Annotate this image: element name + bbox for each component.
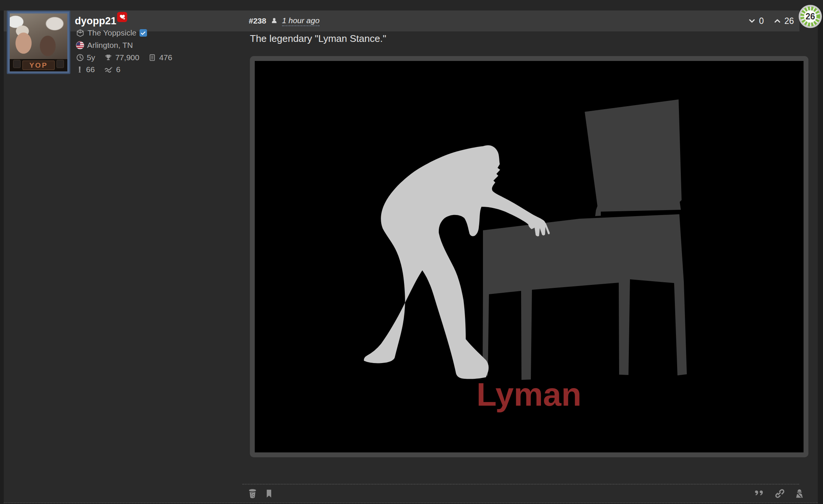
- avatar[interactable]: YOP: [7, 10, 70, 74]
- pinball-backbox-shape: [585, 99, 682, 216]
- quote-button[interactable]: [753, 487, 765, 500]
- add-friend-button[interactable]: [117, 12, 127, 22]
- image-caption: Lyman: [477, 376, 581, 413]
- trash-button[interactable]: [246, 487, 259, 500]
- forum-post-page: YOP dyopp21 #238 1 hour ago 0: [0, 0, 823, 504]
- moderator-icon: [794, 488, 805, 499]
- link-icon: [774, 488, 785, 499]
- verified-icon: [140, 29, 147, 37]
- score-badge[interactable]: 26: [798, 4, 822, 28]
- vote-controls: 0 26: [748, 10, 794, 31]
- sidebar-stats-row: 5y 77,900 476: [76, 53, 172, 62]
- avatar-photo: [10, 13, 67, 60]
- sidebar-nickname-row: The Yoppsicle: [76, 28, 147, 37]
- pin-icon: [76, 65, 83, 74]
- quote-icon: [753, 488, 765, 499]
- achievements-count: 6: [116, 65, 120, 74]
- heart-plus-icon: [119, 13, 126, 21]
- avatar-caption: YOP: [22, 61, 55, 70]
- post-body-text: The legendary "Lyman Stance.": [250, 33, 386, 44]
- post-meta: #238 1 hour ago: [249, 10, 319, 31]
- sidebar-location-row: Arlington, TN: [76, 41, 133, 50]
- upvote-count: 26: [784, 16, 794, 26]
- poster-bust-icon: [270, 17, 278, 25]
- cube-icon: [76, 29, 85, 37]
- avatar-speaker-left: [13, 60, 21, 68]
- us-flag-icon: [76, 41, 84, 49]
- posts-count: 476: [159, 53, 172, 62]
- post-image-canvas: Lyman: [255, 61, 804, 452]
- posts-icon: [148, 53, 156, 62]
- member-age: 5y: [87, 53, 95, 62]
- trophy-icon: [104, 53, 113, 62]
- page-top-band: [0, 0, 823, 10]
- score-badge-count: 26: [798, 4, 822, 28]
- pins-count: 66: [86, 65, 95, 74]
- nickname: The Yoppsicle: [88, 28, 137, 37]
- downvote-button[interactable]: [748, 17, 756, 25]
- sidebar-pins-row: 66 6: [76, 65, 120, 74]
- post-bottom-separator: [4, 503, 818, 503]
- post-image[interactable]: Lyman: [250, 56, 808, 457]
- location: Arlington, TN: [87, 41, 133, 50]
- achievements-waves-icon: [104, 65, 113, 74]
- avatar-plaque-bar: YOP: [10, 59, 67, 71]
- footer-separator: [242, 484, 799, 485]
- bookmark-button[interactable]: [263, 487, 275, 500]
- link-button[interactable]: [773, 487, 786, 500]
- report-moderator-button[interactable]: [793, 487, 806, 500]
- bookmark-icon: [264, 488, 274, 499]
- upvote-button[interactable]: [774, 17, 781, 25]
- clock-icon: [76, 53, 84, 62]
- points-count: 77,900: [115, 53, 139, 62]
- downvote-count: 0: [759, 16, 764, 26]
- trash-icon: [247, 488, 258, 499]
- post-number[interactable]: #238: [249, 16, 266, 25]
- lyman-stance-illustration: Lyman: [255, 61, 804, 452]
- avatar-speaker-right: [56, 60, 64, 68]
- post-timestamp[interactable]: 1 hour ago: [282, 16, 319, 26]
